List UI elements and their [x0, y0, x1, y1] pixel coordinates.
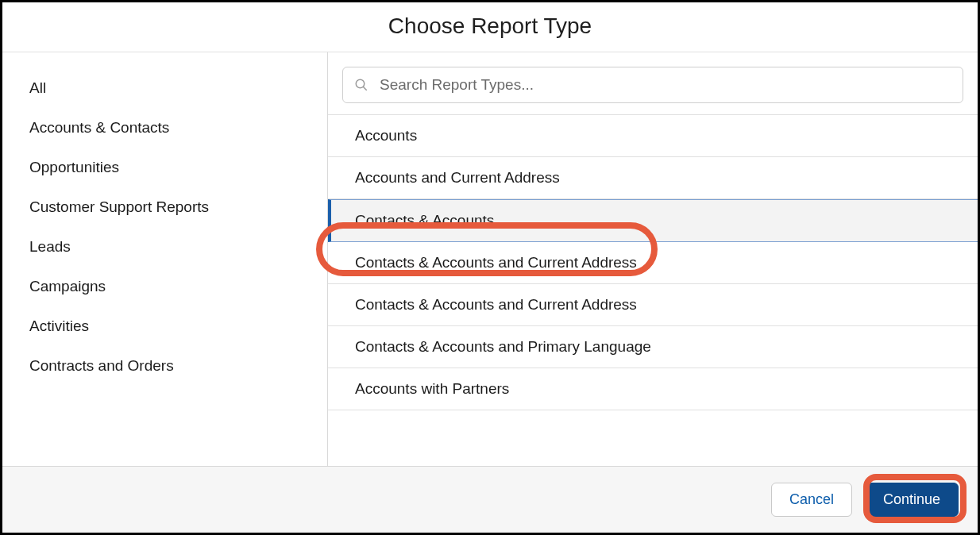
category-sidebar: All Accounts & Contacts Opportunities Cu… [2, 52, 328, 466]
sidebar-item-contracts-orders[interactable]: Contracts and Orders [2, 346, 327, 386]
sidebar-item-activities[interactable]: Activities [2, 306, 327, 346]
sidebar-item-opportunities[interactable]: Opportunities [2, 148, 327, 187]
report-type-row[interactable]: Contacts & Accounts and Primary Language [328, 326, 978, 368]
search-box[interactable] [342, 67, 963, 103]
dialog-footer: Cancel Continue [2, 466, 978, 533]
dialog-title: Choose Report Type [2, 13, 978, 39]
dialog-frame: Choose Report Type All Accounts & Contac… [0, 0, 980, 535]
sidebar-item-leads[interactable]: Leads [2, 227, 327, 267]
continue-button[interactable]: Continue [865, 483, 959, 517]
report-type-row[interactable]: Accounts with Partners [328, 368, 978, 410]
report-type-row[interactable]: Accounts and Current Address [328, 157, 978, 199]
dialog-body: All Accounts & Contacts Opportunities Cu… [2, 52, 978, 466]
report-type-list: Accounts Accounts and Current Address Co… [328, 114, 978, 466]
main-panel: Accounts Accounts and Current Address Co… [328, 52, 978, 466]
sidebar-item-campaigns[interactable]: Campaigns [2, 267, 327, 306]
svg-point-0 [356, 79, 365, 88]
dialog-header: Choose Report Type [2, 2, 978, 52]
svg-line-1 [363, 87, 367, 90]
report-type-row[interactable]: Contacts & Accounts and Current Address [328, 284, 978, 326]
sidebar-item-customer-support[interactable]: Customer Support Reports [2, 187, 327, 227]
report-type-row[interactable]: Accounts [328, 115, 978, 157]
search-wrap [328, 52, 978, 114]
search-input[interactable] [378, 75, 951, 94]
search-icon [354, 78, 368, 92]
cancel-button[interactable]: Cancel [771, 483, 852, 517]
report-type-row[interactable]: Contacts & Accounts and Current Address [328, 242, 978, 284]
report-type-row-selected[interactable]: Contacts & Accounts [328, 199, 978, 242]
sidebar-item-accounts-contacts[interactable]: Accounts & Contacts [2, 108, 327, 148]
sidebar-item-all[interactable]: All [2, 68, 327, 108]
